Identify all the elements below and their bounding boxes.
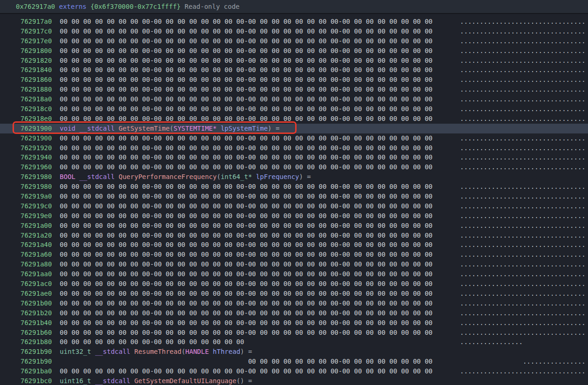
row-address: 76291840 bbox=[20, 66, 60, 73]
row-address: 76291b40 bbox=[20, 319, 60, 326]
linear-view-header: 0x762917a0 externs {0x6f370000-0x77c1fff… bbox=[0, 0, 588, 14]
hex-row[interactable]: 762918e0 00 00 00 00 00 00 00 00-00 00 0… bbox=[0, 114, 588, 124]
hex-row[interactable]: 76291960 00 00 00 00 00 00 00 00-00 00 0… bbox=[0, 162, 588, 172]
hex-row[interactable]: 762919a0 00 00 00 00 00 00 00 00-00 00 0… bbox=[0, 192, 588, 201]
ascii-column: ................................ bbox=[460, 27, 586, 35]
decl-token-pu bbox=[115, 125, 118, 132]
hex-row[interactable]: 76291b90 00 00 00 00 00 00 00 00-00 00 0… bbox=[0, 357, 588, 366]
hex-row[interactable]: 762919e0 00 00 00 00 00 00 00 00-00 00 0… bbox=[0, 211, 588, 221]
hex-row[interactable]: 76291800 00 00 00 00 00 00 00 00-00 00 0… bbox=[0, 46, 588, 56]
row-address: 76291940 bbox=[20, 153, 60, 161]
ascii-column: ................................ bbox=[460, 329, 586, 336]
hex-row[interactable]: 76291ba0 00 00 00 00 00 00 00 00-00 00 0… bbox=[0, 366, 588, 376]
row-address: 76291880 bbox=[20, 86, 60, 93]
decl-token-tp: uint16_t bbox=[60, 377, 91, 385]
row-address: 76291b60 bbox=[20, 329, 60, 336]
row-address: 76291b90 bbox=[20, 358, 60, 365]
hex-row[interactable]: 762918a0 00 00 00 00 00 00 00 00-00 00 0… bbox=[0, 94, 588, 104]
hex-bytes: 00 00 00 00 00 00 00 00-00 00 00 00 00 0… bbox=[60, 280, 460, 287]
hex-bytes: 00 00 00 00 00 00 00 00-00 00 00 00 00 0… bbox=[60, 290, 460, 297]
hex-row[interactable]: 76291860 00 00 00 00 00 00 00 00-00 00 0… bbox=[0, 75, 588, 85]
row-address: 76291900 bbox=[20, 134, 60, 142]
ascii-column: ................................ bbox=[460, 309, 586, 317]
hex-row[interactable]: 76291840 00 00 00 00 00 00 00 00-00 00 0… bbox=[0, 65, 588, 75]
hex-row[interactable]: 76291b00 00 00 00 00 00 00 00 00-00 00 0… bbox=[0, 299, 588, 308]
decl-token-kw: __stdcall bbox=[79, 125, 115, 132]
hex-bytes: 00 00 00 00 00 00 00 00-00 00 00 00 00 0… bbox=[60, 66, 460, 73]
row-address: 762917a0 bbox=[20, 18, 60, 25]
decl-token-pu bbox=[91, 348, 95, 355]
hex-row[interactable]: 76291a00 00 00 00 00 00 00 00 00-00 00 0… bbox=[0, 221, 588, 231]
header-semantics: Read-only code bbox=[185, 3, 240, 10]
decl-token-fn: GetSystemDefaultUILanguage bbox=[134, 377, 236, 385]
hex-bytes: 00 00 00 00 00 00 00 00-00 00 00 00 00 0… bbox=[60, 183, 460, 190]
hex-row[interactable]: 76291b80 00 00 00 00 00 00 00 00-00 00 0… bbox=[0, 337, 588, 347]
ascii-column: ................................ bbox=[460, 290, 586, 297]
hex-row[interactable]: 762917a0 00 00 00 00 00 00 00 00-00 00 0… bbox=[0, 17, 588, 27]
row-address: 76291980 bbox=[20, 183, 60, 190]
hex-row[interactable]: 76291a80 00 00 00 00 00 00 00 00-00 00 0… bbox=[0, 259, 588, 269]
ascii-column: ................................ bbox=[460, 115, 586, 122]
hex-bytes: 00 00 00 00 00 00 00 00-00 00 00 00 00 0… bbox=[60, 309, 460, 317]
ascii-column: ................................ bbox=[460, 95, 586, 103]
row-address: 762917c0 bbox=[20, 27, 60, 35]
decl-token-pu bbox=[91, 377, 95, 385]
ascii-column: ................................ bbox=[460, 47, 586, 54]
hex-bytes: 00 00 00 00 00 00 00 00-00 00 00 00 00 0… bbox=[60, 18, 460, 25]
hex-row[interactable]: 76291ac0 00 00 00 00 00 00 00 00-00 00 0… bbox=[0, 279, 588, 289]
hex-bytes: 00 00 00 00 00 00 00 00-00 00 00 00 00 0… bbox=[60, 192, 460, 200]
row-address: 76291960 bbox=[20, 163, 60, 171]
hex-row[interactable]: 762919c0 00 00 00 00 00 00 00 00-00 00 0… bbox=[0, 201, 588, 211]
header-spacer-3 bbox=[181, 3, 184, 10]
hex-row[interactable]: 76291a60 00 00 00 00 00 00 00 00-00 00 0… bbox=[0, 250, 588, 259]
hex-row[interactable]: 76291920 00 00 00 00 00 00 00 00-00 00 0… bbox=[0, 143, 588, 153]
ascii-column: ................................ bbox=[460, 232, 586, 239]
ascii-column: ................................ bbox=[460, 299, 586, 307]
hex-row[interactable]: 762918c0 00 00 00 00 00 00 00 00-00 00 0… bbox=[0, 104, 588, 114]
decl-token-pu: ) = bbox=[299, 173, 311, 180]
hex-row[interactable]: 762917e0 00 00 00 00 00 00 00 00-00 00 0… bbox=[0, 36, 588, 46]
hex-bytes: 00 00 00 00 00 00 00 00-00 00 00 00 00 0… bbox=[60, 153, 460, 161]
decl-token-va: lpFrequency bbox=[256, 173, 299, 180]
hex-bytes: 00 00 00 00 00 00 00 00-00 00 00 00 00 0… bbox=[60, 47, 460, 54]
row-address: 76291980 bbox=[20, 173, 60, 180]
ascii-column: ................................ bbox=[460, 319, 586, 326]
declaration-row[interactable]: 76291bc0 uint16_t __stdcall GetSystemDef… bbox=[0, 376, 588, 385]
ascii-column: ................................ bbox=[460, 212, 586, 219]
hex-row[interactable]: 76291a20 00 00 00 00 00 00 00 00-00 00 0… bbox=[0, 231, 588, 240]
hex-bytes: 00 00 00 00 00 00 00 00-00 00 00 00 00 0… bbox=[60, 260, 460, 268]
row-address: 762918c0 bbox=[20, 105, 60, 113]
declaration-row[interactable]: 76291900 void __stdcall GetSystemTime(SY… bbox=[0, 124, 588, 133]
hex-row[interactable]: 76291b40 00 00 00 00 00 00 00 00-00 00 0… bbox=[0, 318, 588, 328]
hex-row[interactable]: 76291ae0 00 00 00 00 00 00 00 00-00 00 0… bbox=[0, 289, 588, 299]
hex-row[interactable]: 762917c0 00 00 00 00 00 00 00 00-00 00 0… bbox=[0, 27, 588, 36]
header-spacer-2 bbox=[87, 3, 90, 10]
hex-row[interactable]: 76291a40 00 00 00 00 00 00 00 00-00 00 0… bbox=[0, 240, 588, 250]
hex-row[interactable]: 76291b20 00 00 00 00 00 00 00 00-00 00 0… bbox=[0, 308, 588, 318]
hex-row[interactable]: 76291880 00 00 00 00 00 00 00 00-00 00 0… bbox=[0, 85, 588, 94]
linear-view-rows: 762917a0 00 00 00 00 00 00 00 00-00 00 0… bbox=[0, 14, 588, 385]
decl-token-pu: ) = bbox=[240, 348, 252, 355]
decl-token-kw: void bbox=[60, 125, 75, 132]
hex-bytes: 00 00 00 00 00 00 00 00-00 00 00 00 00 0… bbox=[60, 86, 460, 93]
hex-bytes: 00 00 00 00 00 00 00 00-00 00 00 00 00 0… bbox=[60, 27, 460, 35]
hex-row[interactable]: 76291900 00 00 00 00 00 00 00 00-00 00 0… bbox=[0, 133, 588, 143]
row-address: 76291ae0 bbox=[20, 290, 60, 297]
hex-row[interactable]: 76291b60 00 00 00 00 00 00 00 00-00 00 0… bbox=[0, 328, 588, 338]
hex-row[interactable]: 76291980 00 00 00 00 00 00 00 00-00 00 0… bbox=[0, 182, 588, 192]
hex-bytes: 00 00 00 00 00 00 00 00-00 00 00 00 00 0… bbox=[60, 222, 460, 229]
ascii-column: ................................ bbox=[460, 153, 586, 161]
declaration-row[interactable]: 76291b90 uint32_t __stdcall ResumeThread… bbox=[0, 347, 588, 357]
row-address: 76291b20 bbox=[20, 309, 60, 317]
row-address: 76291a40 bbox=[20, 241, 60, 248]
hex-bytes: 00 00 00 00 00 00 00 00-00 00 00 00 00 0… bbox=[60, 95, 460, 103]
ascii-column: ................................ bbox=[460, 241, 586, 248]
decl-token-tn: HANDLE bbox=[185, 348, 209, 355]
hex-row[interactable]: 76291820 00 00 00 00 00 00 00 00-00 00 0… bbox=[0, 56, 588, 66]
declaration-row[interactable]: 76291980 BOOL __stdcall QueryPerformance… bbox=[0, 172, 588, 182]
header-address: 0x762917a0 bbox=[16, 3, 55, 10]
hex-row[interactable]: 76291aa0 00 00 00 00 00 00 00 00-00 00 0… bbox=[0, 269, 588, 279]
hex-row[interactable]: 76291940 00 00 00 00 00 00 00 00-00 00 0… bbox=[0, 153, 588, 162]
decl-token-tp: int64_t* bbox=[221, 173, 252, 180]
row-address: 762919c0 bbox=[20, 202, 60, 210]
